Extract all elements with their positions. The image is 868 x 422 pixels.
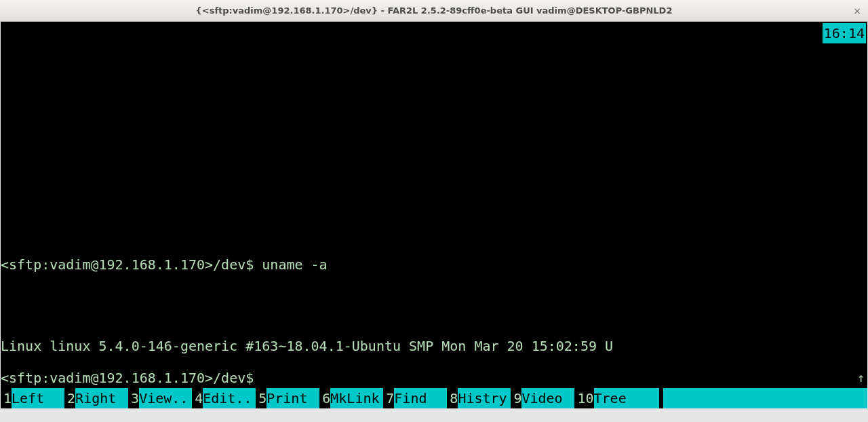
fkey-label: Edit.. xyxy=(203,388,256,408)
fkey-3[interactable]: 3View.. xyxy=(128,388,192,408)
fkey-9[interactable]: 9Video xyxy=(511,388,574,408)
keybar-blank xyxy=(663,388,867,408)
uname-output: Linux linux 5.4.0-146-generic #163~18.04… xyxy=(1,336,867,356)
fkey-label: Tree xyxy=(594,388,659,408)
fkey-label: Find xyxy=(394,388,447,408)
fkey-label: Print xyxy=(267,388,319,408)
fkey-number: 2 xyxy=(64,388,75,408)
fkey-label: Left xyxy=(12,388,64,408)
window-titlebar[interactable]: {<sftp:vadim@192.168.1.170>/dev} - FAR2L… xyxy=(0,0,868,22)
fkey-number: 4 xyxy=(192,388,203,408)
fkey-label: Histry xyxy=(458,388,511,408)
fkey-5[interactable]: 5Print xyxy=(256,388,319,408)
fkey-number: 3 xyxy=(128,388,139,408)
fkey-2[interactable]: 2Right xyxy=(64,388,128,408)
prompt-path-1: <sftp:vadim@192.168.1.170>/dev$ xyxy=(1,256,262,273)
fkey-number: 9 xyxy=(511,388,521,408)
current-prompt-line[interactable]: <sftp:vadim@192.168.1.170>/dev$ xyxy=(1,368,867,388)
fkey-number: 10 xyxy=(574,388,593,408)
window-title: {<sftp:vadim@192.168.1.170>/dev} - FAR2L… xyxy=(196,5,673,16)
fkey-label: Video xyxy=(521,388,574,408)
scroll-up-icon[interactable]: ↑ xyxy=(857,368,865,388)
prompt-path-3: <sftp:vadim@192.168.1.170>/dev$ xyxy=(1,370,254,386)
fkey-label: View.. xyxy=(139,388,192,408)
app-window: {<sftp:vadim@192.168.1.170>/dev} - FAR2L… xyxy=(0,0,868,422)
fkey-number: 7 xyxy=(383,388,394,408)
fkey-number: 1 xyxy=(1,388,12,408)
fkey-6[interactable]: 6MkLink xyxy=(319,388,383,408)
fkey-8[interactable]: 8Histry xyxy=(447,388,511,408)
prompt-line-1: <sftp:vadim@192.168.1.170>/dev$ uname -a xyxy=(1,254,867,275)
cmd-uname: uname -a xyxy=(262,256,327,273)
fkey-label: MkLink xyxy=(330,388,383,408)
terminal-area[interactable]: 16:14 <sftp:vadim@192.168.1.170>/dev$ un… xyxy=(1,22,867,408)
fkey-4[interactable]: 4Edit.. xyxy=(192,388,256,408)
clock: 16:14 xyxy=(823,23,866,43)
fkey-1[interactable]: 1Left xyxy=(1,388,64,408)
fkey-label: Right xyxy=(75,388,128,408)
function-keybar: 1Left 2Right 3View.. 4Edit.. 5Print 6MkL… xyxy=(1,388,867,408)
fkey-number: 6 xyxy=(319,388,330,408)
fkey-number: 8 xyxy=(447,388,458,408)
fkey-number: 5 xyxy=(256,388,267,408)
close-icon[interactable]: × xyxy=(853,5,861,16)
fkey-7[interactable]: 7Find xyxy=(383,388,447,408)
fkey-10[interactable]: 10Tree xyxy=(574,388,658,408)
